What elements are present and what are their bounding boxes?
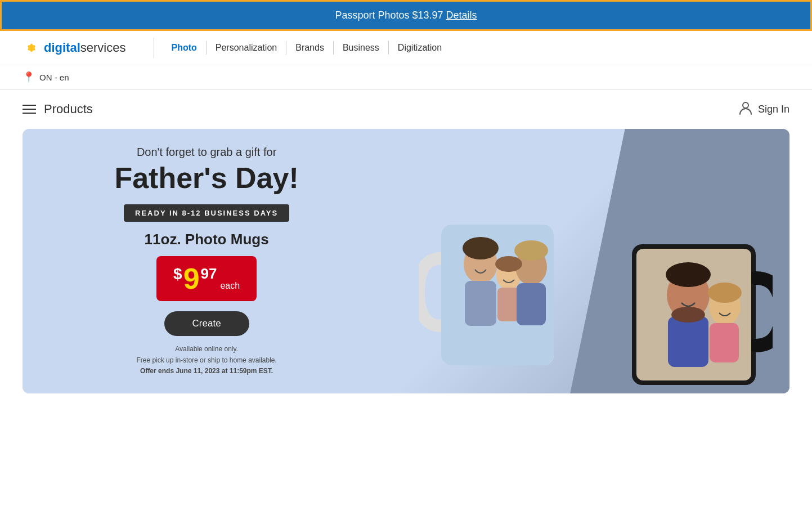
sign-in-text: Sign In — [758, 104, 789, 115]
nav-brands[interactable]: Brands — [290, 41, 330, 55]
price-dollar: $ — [173, 266, 182, 282]
svg-rect-23 — [668, 316, 708, 367]
location-bar: 📍 ON - en — [0, 65, 812, 89]
location-pin-icon: 📍 — [23, 71, 35, 83]
nav-digitization[interactable]: Digitization — [392, 41, 447, 55]
banner-text: Passport Photos $13.97 — [335, 10, 446, 21]
hero-fine-print: Available online only. Free pick up in-s… — [136, 344, 276, 377]
svg-point-18 — [514, 240, 548, 261]
nav-business[interactable]: Business — [337, 41, 385, 55]
user-icon — [738, 100, 753, 119]
white-mug — [419, 213, 576, 388]
location-text: ON - en — [39, 73, 69, 82]
hero-title: Father's Day! — [114, 162, 298, 194]
sign-in-button[interactable]: Sign In — [738, 100, 789, 119]
banner-details-link[interactable]: Details — [446, 10, 477, 21]
logo: digitalservices — [23, 39, 125, 57]
products-bar: Products Sign In — [0, 89, 812, 129]
products-label: Products — [44, 102, 93, 117]
svg-point-17 — [495, 256, 522, 272]
hero-left-panel: Don't forget to grab a gift for Father's… — [23, 129, 391, 393]
mugs-container — [391, 135, 789, 393]
nav-divider-1 — [206, 41, 207, 55]
product-name: 11oz. Photo Mugs — [145, 231, 269, 248]
svg-point-24 — [671, 307, 705, 323]
ready-badge: READY IN 8-12 BUSINESS DAYS — [124, 204, 289, 222]
hero-subtitle: Don't forget to grab a gift for — [137, 146, 276, 159]
nav-divider-2 — [286, 41, 286, 55]
price-each: each — [220, 281, 240, 293]
logo-text: digitalservices — [44, 41, 125, 55]
fine-print-line1: Available online only. — [175, 345, 238, 353]
svg-rect-11 — [465, 281, 496, 326]
nav-personalization[interactable]: Personalization — [210, 41, 282, 55]
nav-divider-3 — [333, 41, 334, 55]
nav-divider-4 — [388, 41, 389, 55]
fine-print-line2: Free pick up in-store or ship to home av… — [136, 356, 276, 364]
svg-rect-15 — [517, 283, 546, 325]
price-box: $ 9 97 each — [156, 256, 257, 301]
nav-photo[interactable]: Photo — [165, 41, 202, 55]
products-left: Products — [23, 102, 93, 117]
header-divider-1 — [154, 38, 154, 58]
svg-rect-26 — [710, 323, 739, 362]
walmart-spark-icon — [23, 39, 41, 57]
svg-point-6 — [743, 102, 748, 108]
svg-point-16 — [463, 237, 499, 259]
hamburger-menu-icon[interactable] — [23, 105, 36, 114]
hero-banner: Don't forget to grab a gift for Father's… — [23, 129, 789, 393]
top-banner: Passport Photos $13.97 Details — [0, 0, 812, 31]
price-main: 9 — [183, 264, 200, 293]
svg-point-27 — [708, 283, 742, 303]
header: digitalservices Photo Personalization Br… — [0, 31, 812, 65]
create-button[interactable]: Create — [164, 311, 249, 336]
fine-print-line3: Offer ends June 11, 2023 at 11:59pm EST. — [140, 367, 273, 375]
price-cents: 97 — [201, 266, 217, 281]
hero-right-panel — [391, 129, 789, 393]
black-mug — [621, 233, 773, 393]
svg-point-28 — [666, 262, 711, 287]
